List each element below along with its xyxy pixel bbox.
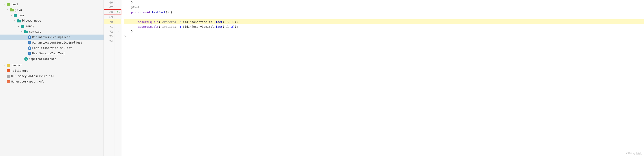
tree-item-java[interactable]: ▾ java: [0, 7, 104, 13]
watermark: CSDN @北是北: [626, 152, 642, 155]
code-line-70: assertEquals( expected: 2,bidInfoService…: [124, 19, 644, 24]
tree-item-target[interactable]: › target: [0, 63, 104, 68]
tree-label-user: UserServiceImplTest: [32, 51, 65, 56]
code-line-73: }: [124, 34, 644, 39]
gutter-72: ▾: [115, 29, 121, 34]
code-line-66: }: [124, 0, 644, 5]
code-area[interactable]: } @Test public void testFact() { assertE…: [122, 0, 644, 156]
tree-item-test[interactable]: ▾ test: [0, 2, 104, 7]
gutter-74: [115, 39, 121, 44]
tree-label-money: money: [26, 24, 34, 29]
tree-arrow-service: ▾: [21, 30, 24, 33]
gutter-73: [115, 34, 121, 39]
gutter-69: [115, 14, 121, 19]
tree-item-user-service-impl-test[interactable]: ▾ C UserServiceImplTest: [0, 51, 104, 56]
line-num-73: 73: [104, 34, 114, 39]
tree-label-test: test: [12, 2, 18, 7]
file-icon-xml: [6, 80, 10, 83]
code-content: 66 67 68 69 70 71 72 73 74 ▾: [104, 0, 644, 156]
tree-label-app: ApplicationTests: [29, 57, 56, 61]
tree-arrow-test: ▾: [4, 3, 6, 6]
tree-item-service[interactable]: ▾ service: [0, 29, 104, 35]
code-line-71: assertEquals( expected: 4,bidInfoService…: [124, 24, 644, 29]
gutter-67: [115, 5, 121, 10]
folder-icon-target: [6, 64, 10, 67]
tree-item-bjpowernode[interactable]: ▾ bjpowernode: [0, 18, 104, 23]
tree-label-xml: GeneratorMapper.xml: [11, 79, 44, 84]
line-num-68: 68: [104, 10, 114, 14]
line-numbers-gutter: 66 67 68 69 70 71 72 73 74 ▾: [104, 0, 122, 156]
run-icon-68[interactable]: ↺: [116, 10, 118, 14]
gutter-70: [115, 19, 121, 24]
tree-arrow-com: ▾: [10, 14, 14, 17]
tree-label-iml: 003-money-dataservice.iml: [11, 74, 54, 78]
folder-icon-test: [6, 3, 10, 6]
tree-arrow-money: ▾: [18, 25, 21, 28]
code-line-74: [124, 39, 644, 44]
tree-arrow-target: ›: [4, 64, 6, 67]
java-class-icon-app: C: [24, 57, 28, 61]
tree-arrow-bjpowernode: ▾: [14, 19, 17, 23]
code-editor: 66 67 68 69 70 71 72 73 74 ▾: [104, 0, 644, 156]
tree-item-xml[interactable]: ▾ GeneratorMapper.xml: [0, 79, 104, 84]
line-num-71: 71: [104, 24, 114, 29]
line-num-66: 66: [104, 0, 114, 5]
tree-label-gitignore: .gitignore: [11, 69, 28, 73]
java-class-icon-loan: C: [28, 46, 31, 50]
folder-icon-com: [14, 14, 18, 17]
file-icon-gitignore: [6, 69, 10, 72]
gutter-71: [115, 24, 121, 29]
line-numbers: 66 67 68 69 70 71 72 73 74: [104, 0, 115, 156]
code-line-69: [124, 14, 644, 19]
tree-label-com: com: [18, 13, 24, 18]
file-tree: ▾ test ▾ java ▾ com ▾ bjpowernode ▾ mone…: [0, 0, 104, 156]
line-num-69: 69: [104, 14, 114, 19]
line-num-74: 74: [104, 39, 114, 44]
folder-icon-java: [10, 8, 14, 11]
tree-label-target: target: [12, 63, 22, 68]
tree-label-bid: BidInfoServiceImplTest: [32, 35, 70, 40]
gutter-66: ▾: [115, 0, 121, 5]
tree-label-java: java: [15, 8, 22, 12]
folder-icon-service: [24, 30, 28, 33]
fold-icon-66[interactable]: ▾: [117, 1, 119, 4]
tree-item-application-tests[interactable]: ▾ C ApplicationTests: [0, 56, 104, 62]
gutter-68: ↺ ▾: [115, 10, 121, 14]
file-icon-iml: [6, 75, 10, 78]
tree-item-bid-info-service-impl-test[interactable]: ▾ C BidInfoServiceImplTest: [0, 35, 104, 40]
java-class-icon-bid: C: [28, 35, 31, 39]
fold-icon-72[interactable]: ▾: [117, 30, 119, 33]
tree-arrow-java: ▾: [7, 8, 10, 12]
tree-label-loan: LoanInfoServiceImplTest: [32, 46, 72, 50]
tree-item-com[interactable]: ▾ com: [0, 13, 104, 18]
code-line-68: public void testFact() {: [124, 10, 644, 14]
tree-item-finance-account-service-impl-test[interactable]: ▾ C FinanceAccountServiceImplTest: [0, 40, 104, 46]
tree-label-service: service: [29, 29, 41, 34]
gutter: ▾ ↺ ▾ ▾: [115, 0, 122, 156]
folder-icon-bjpowernode: [17, 19, 21, 22]
tree-item-money[interactable]: ▾ money: [0, 23, 104, 29]
java-class-icon-user: C: [28, 52, 31, 55]
tree-item-gitignore[interactable]: ▾ .gitignore: [0, 68, 104, 74]
line-num-70: 70: [104, 19, 114, 24]
tree-label-finance: FinanceAccountServiceImplTest: [32, 40, 82, 45]
tree-item-iml[interactable]: ▾ 003-money-dataservice.iml: [0, 74, 104, 79]
line-num-67: 67: [104, 5, 114, 10]
fold-icon-68[interactable]: ▾: [118, 10, 120, 14]
code-line-72: }: [124, 29, 644, 34]
code-line-67: @Test: [124, 5, 644, 10]
tree-item-loan-info-service-impl-test[interactable]: ▾ C LoanInfoServiceImplTest: [0, 45, 104, 51]
folder-icon-money: [21, 25, 25, 28]
java-class-icon-finance: C: [28, 41, 31, 44]
tree-label-bjpowernode: bjpowernode: [22, 18, 41, 23]
line-num-72: 72: [104, 29, 114, 34]
